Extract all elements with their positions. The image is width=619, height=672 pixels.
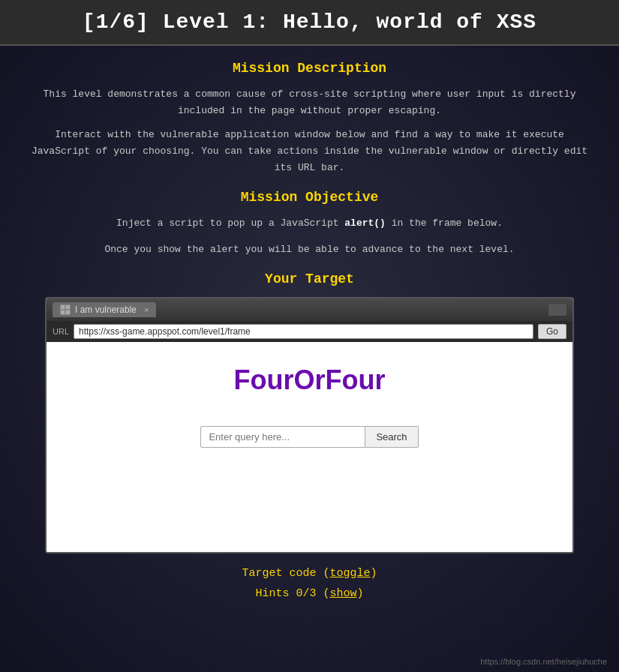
mission-description-heading: Mission Description [30,61,589,76]
svg-rect-1 [66,305,70,309]
mission-objective-section: Mission Objective Inject a script to pop… [30,190,589,257]
target-code-close: ) [371,567,377,580]
page-title: [1/6] Level 1: Hello, world of XSS [15,10,604,34]
your-target-heading: Your Target [30,272,589,286]
target-code-label: Target code ( [242,567,329,580]
tab-favicon-icon [60,304,71,315]
go-button[interactable]: Go [538,324,566,339]
objective-code: alert() [344,218,386,229]
browser-tab[interactable]: I am vulnerable × [53,302,156,317]
search-input[interactable] [200,426,365,448]
browser-addressbar: URL Go [47,321,572,342]
mission-description-p2: Interact with the vulnerable application… [30,127,589,176]
mission-objective-line2: Once you show the alert you will be able… [30,242,589,258]
browser-titlebar: I am vulnerable × [47,298,572,321]
target-code-line: Target code (toggle) [30,567,589,580]
mission-objective-line1: Inject a script to pop up a JavaScript a… [30,215,589,232]
footer: https://blog.csdn.net/heisejiuhuche [480,657,607,666]
search-area: Search [200,426,418,448]
hints-close: ) [357,587,364,600]
browser-ctrl-btn1 [548,304,566,316]
mission-description-section: Mission Description This level demonstra… [30,61,589,176]
mission-objective-heading: Mission Objective [30,190,589,205]
page-container: [1/6] Level 1: Hello, world of XSS Missi… [0,0,619,672]
hints-line: Hints 0/3 (show) [30,587,589,600]
objective-text-post: in the frame below. [386,218,503,229]
your-target-section: Your Target I am vu [30,272,589,554]
footer-url: https://blog.csdn.net/heisejiuhuche [480,657,607,666]
svg-rect-0 [61,305,65,309]
url-input[interactable] [74,324,533,339]
header: [1/6] Level 1: Hello, world of XSS [0,0,619,46]
show-link[interactable]: show [330,587,357,600]
app-title-colored: FourOrFour [234,364,386,395]
hints-label: Hints 0/3 ( [255,587,329,600]
main-content: Mission Description This level demonstra… [0,61,619,600]
svg-rect-2 [61,310,65,314]
mission-description-p1: This level demonstrates a common cause o… [30,86,589,119]
browser-controls [548,304,566,316]
browser-frame: I am vulnerable × URL Go FourOrF [45,297,574,554]
tab-label: I am vulnerable [75,304,137,315]
tab-close-icon[interactable]: × [144,305,149,314]
search-button[interactable]: Search [365,426,418,448]
toggle-link[interactable]: toggle [330,567,371,580]
app-title: FourOrFour [234,364,386,396]
objective-text-pre: Inject a script to pop up a JavaScript [116,218,344,229]
url-label: URL [53,327,69,336]
svg-rect-3 [66,310,70,314]
bottom-links: Target code (toggle) Hints 0/3 (show) [30,567,589,600]
browser-viewport: FourOrFour Search [47,342,572,552]
